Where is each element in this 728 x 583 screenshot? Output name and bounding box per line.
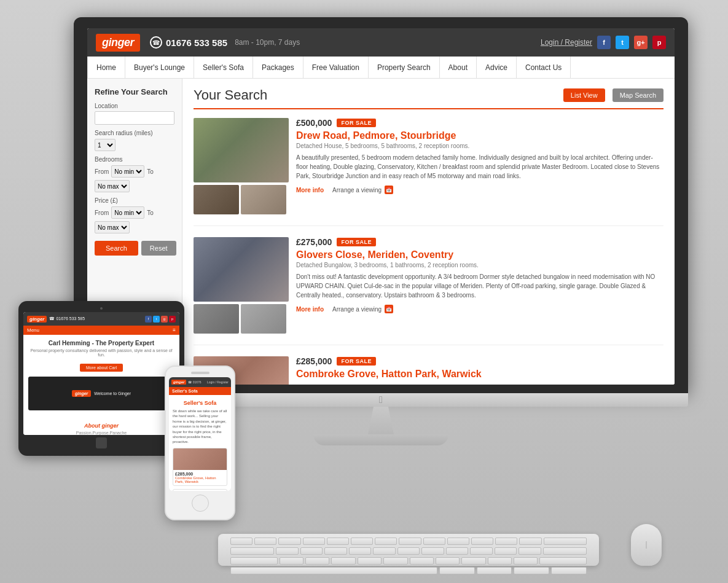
map-view-button[interactable]: Map Search [613,88,663,102]
key[interactable] [351,538,373,545]
key[interactable] [423,538,445,545]
pinterest-icon[interactable]: p [652,36,666,49]
nav-free-valuation[interactable]: Free Valuation [303,57,369,78]
key[interactable] [519,547,541,555]
more-info-link[interactable]: More info [296,306,324,313]
nav-home[interactable]: Home [87,57,125,78]
nav-advice[interactable]: Advice [477,57,517,78]
key[interactable] [544,538,587,545]
key[interactable] [373,547,396,555]
property-title[interactable]: Combroke Grove, Hatton Park, Warwick [296,369,663,380]
tablet-brand-logo[interactable]: ginger [27,316,47,323]
bedrooms-to[interactable]: No max345 [95,180,130,192]
key[interactable] [477,567,512,574]
key[interactable] [280,557,303,565]
key[interactable] [305,557,329,565]
key[interactable] [254,538,276,545]
key[interactable] [230,538,252,545]
phone-brand-logo[interactable]: ginger [171,380,186,385]
arrange-text[interactable]: Arrange a viewing [332,306,382,313]
login-link[interactable]: Login / Register [541,38,592,47]
key[interactable] [375,538,397,545]
tablet-tw-icon[interactable]: t [153,316,160,323]
price-from[interactable]: No min£100k£200k [111,206,144,219]
calendar-icon[interactable]: 📅 [385,305,393,313]
tablet-hero-button[interactable]: More about Carl [80,364,123,372]
phone-login[interactable]: Login / Register [207,380,229,384]
arrange-text[interactable]: Arrange a viewing [332,187,382,194]
key[interactable] [230,547,274,555]
key[interactable] [327,538,349,545]
key[interactable] [514,557,538,565]
tablet-gp-icon[interactable]: g [161,316,168,323]
key[interactable] [488,557,512,565]
property-title[interactable]: Drew Road, Pedmore, Stourbridge [296,130,663,141]
tablet-menu-label[interactable]: Menu [27,327,39,333]
location-input[interactable] [95,111,174,125]
property-thumb-2[interactable] [241,185,286,214]
list-view-button[interactable]: List View [563,88,605,102]
phone-home-button[interactable] [192,495,209,512]
nav-property-search[interactable]: Property Search [369,57,440,78]
key[interactable] [447,538,469,545]
key[interactable] [470,547,493,555]
key[interactable] [276,547,299,555]
key[interactable] [349,547,372,555]
search-button[interactable]: Search [95,241,138,256]
bedrooms-from[interactable]: No min123 [111,165,144,178]
nav-buyers-lounge[interactable]: Buyer's Lounge [125,57,194,78]
tablet-hamburger-icon[interactable]: ≡ [173,327,176,333]
calendar-icon[interactable]: 📅 [385,186,393,194]
key-enter[interactable] [539,557,587,565]
key[interactable] [543,547,587,555]
brand-logo[interactable]: ginger [96,34,140,52]
tablet-pi-icon[interactable]: p [169,316,176,323]
facebook-icon[interactable]: f [597,36,611,49]
property-thumb-2[interactable] [241,304,286,334]
nav-packages[interactable]: Packages [253,57,303,78]
key[interactable] [471,538,493,545]
phone-property-card[interactable]: £285,000 Combroke Grove, Hatton Park, Wa… [173,448,227,486]
key[interactable] [439,567,475,574]
key-space[interactable] [230,567,437,574]
key[interactable] [436,557,460,565]
key[interactable] [358,557,382,565]
more-info-link[interactable]: More info [296,187,324,194]
key[interactable] [461,557,485,565]
key[interactable] [300,547,323,555]
reset-button[interactable]: Reset [141,241,176,256]
price-to[interactable]: No max£300k£500k [95,221,130,233]
phone-nav[interactable]: Seller's Sofa [169,387,231,395]
googleplus-icon[interactable]: g+ [634,36,648,49]
property-thumb-1[interactable] [194,185,239,214]
key[interactable] [410,557,434,565]
property-thumb-1[interactable] [194,304,239,334]
tablet-video[interactable]: ginger Welcome to Ginger [28,377,174,410]
phone-number[interactable]: 01676 533 585 [166,37,227,48]
key[interactable] [495,538,517,545]
key[interactable] [303,538,325,545]
key[interactable] [278,538,300,545]
property-title[interactable]: Glovers Close, Meriden, Coventry [296,249,663,260]
nav-about[interactable]: About [440,57,477,78]
key[interactable] [399,538,421,545]
key[interactable] [514,567,549,574]
key[interactable] [324,547,347,555]
key[interactable] [397,547,420,555]
key[interactable] [331,557,355,565]
key[interactable] [383,557,407,565]
property-main-image[interactable] [194,237,289,302]
key[interactable] [446,547,469,555]
key[interactable] [519,538,541,545]
nav-contact-us[interactable]: Contact Us [517,57,571,78]
nav-sellers-sofa[interactable]: Seller's Sofa [194,57,253,78]
twitter-icon[interactable]: t [616,36,629,49]
tablet-home-button[interactable] [96,437,107,448]
key[interactable] [495,547,517,555]
tablet-fb-icon[interactable]: f [145,316,152,323]
key-caps[interactable] [230,557,278,565]
key[interactable] [551,567,587,574]
property-main-image[interactable] [194,118,289,182]
radius-select[interactable]: 12510 [95,139,115,151]
key[interactable] [421,547,444,555]
